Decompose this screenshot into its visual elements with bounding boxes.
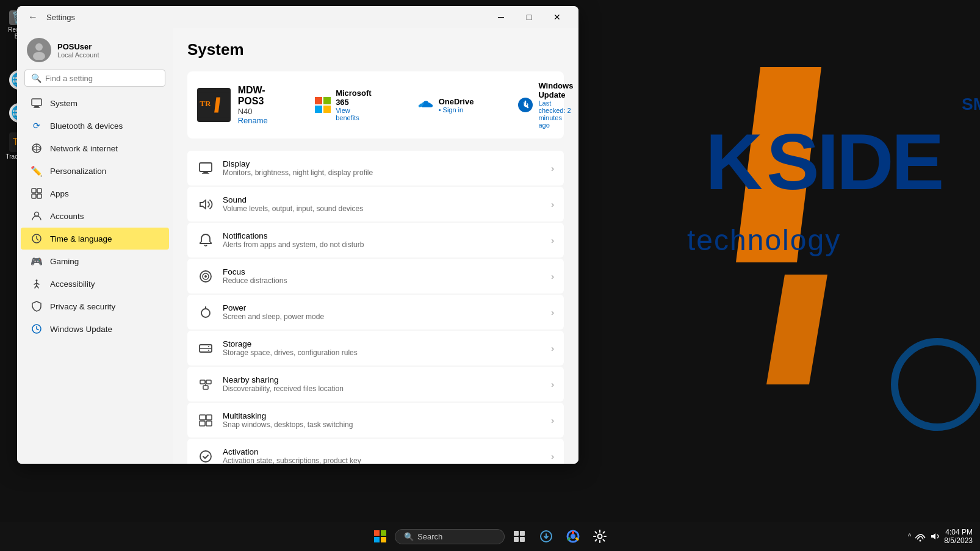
service-card-windowsupdate[interactable]: ↻ Windows Update Last checked: 2 minutes… <box>510 81 578 129</box>
sound-tray-icon[interactable] <box>929 531 940 542</box>
privacy-icon <box>31 300 43 312</box>
page-title: System <box>187 40 564 59</box>
user-name: POSUser <box>57 42 99 51</box>
onedrive-name: OneDrive <box>439 97 474 106</box>
sidebar-item-personalization-label: Personalization <box>50 167 106 176</box>
svg-point-7 <box>35 43 43 51</box>
chevron-icon: › <box>551 452 554 461</box>
setting-display[interactable]: Display Monitors, brightness, night ligh… <box>187 151 564 185</box>
setting-multitasking-title: Multitasking <box>223 411 353 420</box>
info-cards: TR MDW-POS3 N40 Rename <box>187 71 564 139</box>
windowsupdate-sub: Last checked: 2 minutes ago <box>538 99 574 129</box>
download-icon <box>539 530 553 543</box>
close-button[interactable]: ✕ <box>543 7 571 27</box>
svg-point-48 <box>208 350 209 351</box>
power-icon <box>197 304 214 321</box>
accounts-icon <box>31 210 43 222</box>
sidebar-item-privacy[interactable]: Privacy & security <box>21 295 169 317</box>
svg-point-6 <box>895 342 980 427</box>
system-clock[interactable]: 4:04 PM 8/5/2023 <box>944 528 973 545</box>
setting-activation[interactable]: Activation Activation state, subscriptio… <box>187 439 564 464</box>
svg-rect-37 <box>200 163 212 171</box>
setting-power[interactable]: Power Screen and sleep, power mode › <box>187 295 564 330</box>
chevron-icon: › <box>551 200 554 209</box>
chrome-taskbar-button[interactable] <box>561 524 585 549</box>
microsoft365-icon <box>315 96 331 113</box>
setting-activation-desc: Activation state, subscriptions, product… <box>223 456 361 464</box>
setting-storage-title: Storage <box>223 339 358 348</box>
focus-icon <box>197 268 214 285</box>
svg-rect-16 <box>32 194 36 198</box>
network-icon <box>31 142 43 154</box>
gaming-icon: 🎮 <box>31 255 43 267</box>
sidebar-item-network-label: Network & internet <box>50 144 118 153</box>
taskbar-right: ^ 4:04 PM 8/5/2023 <box>908 528 980 545</box>
settings-taskbar-button[interactable] <box>588 524 612 549</box>
setting-notifications[interactable]: Notifications Alerts from apps and syste… <box>187 223 564 257</box>
svg-rect-65 <box>514 537 519 542</box>
onedrive-icon <box>417 96 434 113</box>
sidebar-item-system[interactable]: System <box>21 92 169 114</box>
taskview-icon <box>513 530 525 542</box>
user-silhouette-icon <box>29 40 49 60</box>
windowsupdate-name: Windows Update <box>538 81 574 99</box>
sidebar-search[interactable]: 🔍 <box>24 70 165 87</box>
sidebar-item-gaming-label: Gaming <box>50 257 79 266</box>
sidebar-item-accessibility[interactable]: Accessibility <box>21 273 169 295</box>
service-card-microsoft365[interactable]: Microsoft 365 View benefits <box>308 88 380 121</box>
sidebar-item-time[interactable]: Time & language <box>21 228 169 250</box>
accessibility-icon <box>31 278 43 290</box>
window-title: Settings <box>46 13 75 22</box>
sidebar-item-network[interactable]: Network & internet <box>21 137 169 159</box>
taskbar-search[interactable]: 🔍 Search <box>395 529 505 544</box>
setting-multitasking-text: Multitasking Snap windows, desktops, tas… <box>223 411 353 429</box>
sidebar-item-bluetooth[interactable]: ⟳ Bluetooth & devices <box>21 115 169 137</box>
setting-storage-left: Storage Storage space, drives, configura… <box>197 339 358 357</box>
download-button[interactable] <box>534 524 558 549</box>
search-input[interactable] <box>45 74 159 83</box>
device-rename-link[interactable]: Rename <box>238 116 279 125</box>
bluetooth-icon: ⟳ <box>31 120 43 132</box>
setting-multitasking[interactable]: Multitasking Snap windows, desktops, tas… <box>187 403 564 438</box>
setting-focus-text: Focus Reduce distractions <box>223 267 287 285</box>
sidebar-item-update[interactable]: Windows Update <box>21 318 169 340</box>
setting-activation-title: Activation <box>223 447 361 456</box>
maximize-button[interactable]: □ <box>515 7 543 27</box>
chevron-icon: › <box>551 344 554 353</box>
chevron-icon: › <box>551 272 554 281</box>
sidebar-item-apps-label: Apps <box>50 189 69 198</box>
setting-storage-desc: Storage space, drives, configuration rul… <box>223 348 358 357</box>
network-icon <box>915 531 926 542</box>
sidebar-item-accounts[interactable]: Accounts <box>21 205 169 227</box>
setting-sound[interactable]: Sound Volume levels, output, input, soun… <box>187 187 564 221</box>
setting-nearby-desc: Discoverability, received files location <box>223 384 344 393</box>
taskview-button[interactable] <box>507 524 531 549</box>
nearby-sharing-icon <box>197 376 214 393</box>
svg-point-47 <box>208 346 209 347</box>
svg-rect-54 <box>200 415 206 420</box>
setting-storage[interactable]: Storage Storage space, drives, configura… <box>187 331 564 366</box>
setting-sound-desc: Volume levels, output, input, sound devi… <box>223 204 363 213</box>
minimize-button[interactable]: ─ <box>487 7 515 27</box>
device-name: MDW-POS3 <box>238 85 279 107</box>
service-card-onedrive[interactable]: OneDrive • Sign in <box>409 96 481 113</box>
clock-time: 4:04 PM <box>944 528 973 536</box>
multitasking-icon <box>197 412 214 429</box>
setting-focus[interactable]: Focus Reduce distractions › <box>187 259 564 294</box>
sidebar-item-personalization[interactable]: ✏️ Personalization <box>21 160 169 182</box>
user-section[interactable]: POSUser Local Account <box>17 28 173 70</box>
sidebar-item-apps[interactable]: Apps <box>21 182 169 204</box>
setting-nearby[interactable]: Nearby sharing Discoverability, received… <box>187 367 564 402</box>
svg-rect-59 <box>374 530 380 536</box>
sidebar-item-privacy-label: Privacy & security <box>50 302 115 311</box>
svg-point-58 <box>200 451 211 462</box>
network-tray-icon[interactable] <box>915 531 926 542</box>
start-button[interactable] <box>368 524 392 549</box>
back-button[interactable]: ← <box>24 9 41 26</box>
svg-point-42 <box>204 275 207 278</box>
speaker-icon <box>929 531 940 542</box>
settings-window: ← Settings ─ □ ✕ POSUser Local A <box>17 6 578 464</box>
search-icon: 🔍 <box>31 73 41 83</box>
sidebar-item-gaming[interactable]: 🎮 Gaming <box>21 250 169 272</box>
system-tray[interactable]: ^ <box>908 532 912 541</box>
